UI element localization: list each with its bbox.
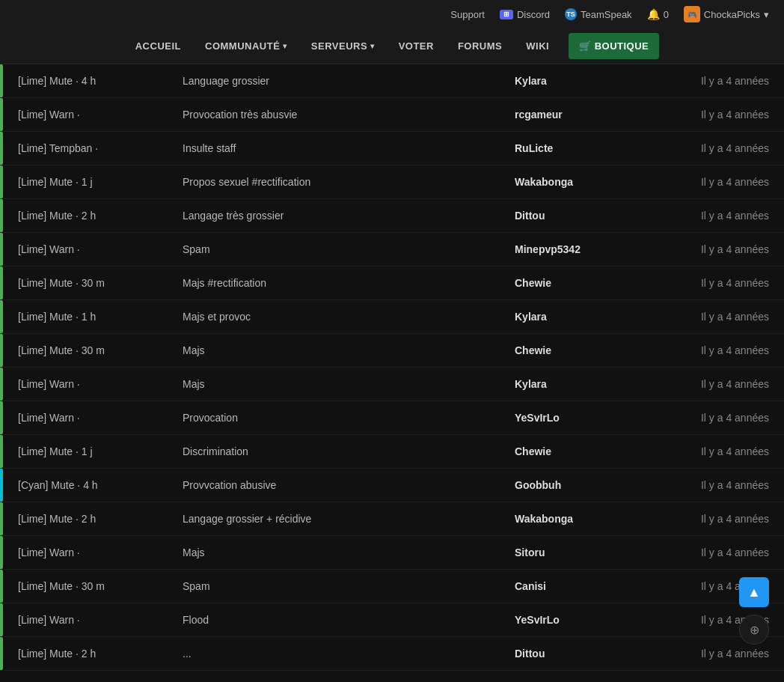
reason-cell: Flood [183,614,515,626]
reason-cell: Majs et provoc [183,311,515,323]
time-cell: Il y a 4 années [649,513,769,525]
table-row[interactable]: [Lime] Mute · 2 h Langage grossier + réc… [0,502,784,536]
reason-cell: Language grossier [183,75,515,87]
action-cell: [Lime] Mute · 1 h [18,311,183,323]
nav-forums-label: FORUMS [458,40,502,52]
notifications-link[interactable]: 🔔 0 [647,8,669,20]
table-row[interactable]: [Lime] Mute · 2 h Langage très grossier … [0,199,784,233]
reason-cell: ... [183,648,515,660]
nav-forums[interactable]: FORUMS [447,28,512,64]
reason-cell: Discrimination [183,445,515,457]
avatar-icon: 🎮 [684,6,700,22]
player-cell: Dittou [515,648,649,660]
player-cell: Chewie [515,277,649,289]
row-accent [0,98,3,131]
teamspeak-icon: TS [565,8,577,20]
reason-cell: Majs #rectification [183,277,515,289]
user-chevron-icon: ▾ [764,9,769,20]
player-cell: Chewie [515,344,649,356]
row-accent [0,300,3,333]
player-cell: Kylara [515,311,649,323]
action-cell: [Lime] Mute · 2 h [18,210,183,222]
nav-boutique[interactable]: 🛒 BOUTIQUE [569,33,659,59]
nav-accueil[interactable]: ACCUEIL [125,28,192,64]
row-accent [0,401,3,434]
row-accent [0,435,3,468]
zoom-button[interactable]: ⊕ [739,615,769,645]
nav-voter-label: VOTER [399,40,434,52]
teamspeak-label: TeamSpeak [581,9,632,20]
table-row[interactable]: [Lime] Mute · 1 j Propos sexuel #rectifi… [0,165,784,199]
support-link[interactable]: Support [450,9,485,20]
row-accent [0,233,3,266]
time-cell: Il y a 4 années [649,412,769,424]
time-cell: Il y a 4 années [649,142,769,154]
table-row[interactable]: [Lime] Warn · Majs Kylara Il y a 4 année… [0,368,784,401]
table-row[interactable]: [Lime] Mute · 4 h Language grossier Kyla… [0,64,784,98]
player-cell: RuLicte [515,142,649,154]
row-accent [0,267,3,299]
discord-link[interactable]: ⊞ Discord [500,9,550,20]
reason-cell: Spam [183,580,515,592]
row-accent [0,64,3,97]
player-cell: Kylara [515,378,649,390]
table-row[interactable]: [Lime] Warn · Flood YeSvIrLo Il y a 4 an… [0,603,784,637]
discord-label: Discord [517,9,550,20]
time-cell: Il y a 4 années [649,210,769,222]
action-cell: [Lime] Mute · 30 m [18,580,183,592]
notifications-count: 0 [664,9,669,20]
teamspeak-link[interactable]: TS TeamSpeak [565,8,632,20]
sanctions-table: [Lime] Mute · 4 h Language grossier Kyla… [0,64,784,671]
time-cell: Il y a 4 années [649,445,769,457]
action-cell: [Lime] Mute · 2 h [18,648,183,660]
nav-wiki[interactable]: WIKI [515,28,560,64]
player-cell: Sitoru [515,546,649,558]
reason-cell: Majs [183,378,515,390]
time-cell: Il y a 4 années [649,277,769,289]
table-row[interactable]: [Lime] Mute · 30 m Spam Canisi Il y a 4 … [0,570,784,603]
table-row[interactable]: [Lime] Mute · 1 j Discrimination Chewie … [0,435,784,469]
player-cell: Minepvp5342 [515,243,649,255]
player-cell: YeSvIrLo [515,412,649,424]
table-row[interactable]: [Lime] Warn · Provocation YeSvIrLo Il y … [0,401,784,435]
nav-communaute[interactable]: COMMUNAUTÉ ▾ [195,28,298,64]
row-accent [0,502,3,535]
table-row[interactable]: [Lime] Warn · Provocation très abusvie r… [0,98,784,132]
user-menu[interactable]: 🎮 ChockaPicks ▾ [684,6,769,22]
player-cell: Wakabonga [515,176,649,188]
action-cell: [Lime] Mute · 1 j [18,445,183,457]
table-row[interactable]: [Cyan] Mute · 4 h Provvcation abusive Go… [0,469,784,502]
table-row[interactable]: [Lime] Warn · Majs Sitoru Il y a 4 année… [0,536,784,570]
action-cell: [Lime] Tempban · [18,142,183,154]
table-row[interactable]: [Lime] Mute · 30 m Majs Chewie Il y a 4 … [0,334,784,368]
row-accent [0,334,3,367]
row-accent [0,637,3,670]
table-row[interactable]: [Lime] Tempban · Insulte staff RuLicte I… [0,132,784,165]
reason-cell: Provocation très abusvie [183,109,515,121]
scroll-top-button[interactable]: ▲ [739,577,769,607]
table-row[interactable]: [Lime] Mute · 2 h ... Dittou Il y a 4 an… [0,637,784,671]
nav-wiki-label: WIKI [526,40,549,52]
row-accent [0,368,3,401]
nav-communaute-label: COMMUNAUTÉ [205,40,280,52]
time-cell: Il y a 4 années [649,75,769,87]
table-row[interactable]: [Lime] Mute · 1 h Majs et provoc Kylara … [0,300,784,334]
table-row[interactable]: [Lime] Warn · Spam Minepvp5342 Il y a 4 … [0,233,784,267]
nav-serveurs-label: SERVEURS [311,40,367,52]
time-cell: Il y a 4 années [649,311,769,323]
reason-cell: Provvcation abusive [183,479,515,491]
nav-voter[interactable]: VOTER [388,28,444,64]
scroll-top-icon: ▲ [747,585,761,600]
nav-serveurs[interactable]: SERVEURS ▾ [301,28,385,64]
table-row[interactable]: [Lime] Mute · 30 m Majs #rectification C… [0,267,784,300]
support-label: Support [450,9,485,20]
nav-boutique-cart-icon: 🛒 [579,40,592,52]
player-cell: Kylara [515,75,649,87]
row-accent [0,603,3,636]
player-cell: rcgameur [515,109,649,121]
player-cell: YeSvIrLo [515,614,649,626]
action-cell: [Cyan] Mute · 4 h [18,479,183,491]
time-cell: Il y a 4 années [649,479,769,491]
time-cell: Il y a 4 années [649,109,769,121]
action-cell: [Lime] Warn · [18,546,183,558]
